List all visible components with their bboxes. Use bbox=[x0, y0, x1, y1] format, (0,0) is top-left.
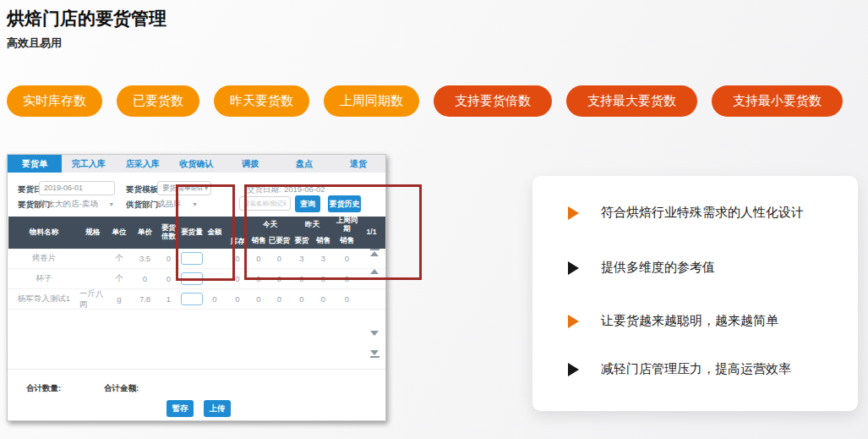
app-footer: 合计数量: 合计金额: 暂存 上传 bbox=[8, 369, 385, 421]
feature-pills: 实时库存数 已要货数 昨天要货数 上周同期数 支持要货倍数 支持最大要货数 支持… bbox=[7, 85, 843, 117]
cell-price: 7.8 bbox=[133, 289, 157, 309]
tab[interactable]: 盘点 bbox=[277, 155, 331, 173]
cell-name: 烤香片 bbox=[8, 249, 79, 268]
triangle-arrow-icon bbox=[568, 261, 579, 275]
feature-text: 提供多维度的参考值 bbox=[601, 260, 715, 276]
cell-yesterday-order: 0 bbox=[291, 289, 313, 309]
cell-multiple: 1 bbox=[157, 289, 180, 309]
tab[interactable]: 完工入库 bbox=[62, 155, 116, 173]
col-name: 物料名称 bbox=[8, 217, 79, 249]
feature-text: 让要货越来越聪明，越来越简单 bbox=[601, 313, 778, 329]
total-qty-label: 合计数量: bbox=[26, 383, 61, 394]
tab[interactable]: 店采入库 bbox=[116, 155, 170, 173]
tab[interactable]: 要货单 bbox=[8, 155, 62, 173]
cell-qty bbox=[180, 289, 204, 309]
cell-today-ordered: 0 bbox=[268, 289, 291, 309]
order-dept-select[interactable]: 刘大大的店-卖场 bbox=[39, 196, 113, 211]
cell-unit: g bbox=[106, 289, 133, 309]
col-unit: 单位 bbox=[106, 217, 133, 249]
cell-spec bbox=[79, 269, 106, 288]
cell-yesterday-sale: 0 bbox=[313, 289, 334, 309]
total-amount-label: 合计金额: bbox=[104, 383, 139, 394]
cell-unit: 个 bbox=[106, 269, 133, 288]
upload-button[interactable]: 上传 bbox=[204, 400, 231, 417]
col-multiple-line2: 倍数 bbox=[161, 233, 176, 241]
feature-item: 让要货越来越聪明，越来越简单 bbox=[568, 313, 778, 329]
cell-amount: 0 bbox=[204, 289, 226, 309]
cell-price: 3.5 bbox=[133, 249, 157, 268]
feature-pill: 支持最大要货数 bbox=[566, 85, 697, 117]
feature-item: 符合烘焙行业特殊需求的人性化设计 bbox=[568, 205, 804, 221]
cell-today-sale: 0 bbox=[249, 289, 268, 309]
page: 烘焙门店的要货管理 高效且易用 实时库存数 已要货数 昨天要货数 上周同期数 支… bbox=[0, 0, 868, 439]
cell-actions bbox=[360, 289, 383, 309]
page-title: 烘焙门店的要货管理 bbox=[7, 7, 167, 30]
feature-pill: 已要货数 bbox=[117, 85, 199, 117]
tab-bar: 要货单 完工入库 店采入库 收货确认 调拨 盘点 退货 bbox=[8, 155, 385, 173]
feature-card: 符合烘焙行业特殊需求的人性化设计 提供多维度的参考值 让要货越来越聪明，越来越简… bbox=[532, 176, 858, 411]
cell-stock: 0 bbox=[226, 289, 249, 309]
save-button[interactable]: 暂存 bbox=[167, 400, 194, 417]
cell-name: 杯子 bbox=[8, 269, 79, 288]
table-row: 杨军导入测试1 一斤八两 g 7.8 1 0 0 0 0 0 0 0 bbox=[8, 289, 385, 310]
feature-item: 减轻门店管理压力，提高运营效率 bbox=[568, 361, 791, 377]
template-label: 要货模板: bbox=[126, 184, 161, 195]
annotation-rect-reference-columns bbox=[244, 184, 422, 280]
order-date-input[interactable]: 2019-06-01 bbox=[39, 181, 115, 195]
cell-price: 0 bbox=[133, 269, 157, 288]
triangle-arrow-icon bbox=[568, 206, 579, 220]
feature-pill: 上周同期数 bbox=[324, 85, 419, 117]
supply-dept-label: 供货部门: bbox=[126, 200, 161, 211]
tab[interactable]: 调拨 bbox=[223, 155, 277, 173]
feature-pill: 昨天要货数 bbox=[214, 85, 309, 117]
triangle-arrow-icon bbox=[568, 363, 579, 376]
feature-pill: 支持最小要货数 bbox=[712, 85, 843, 117]
tab[interactable]: 收货确认 bbox=[170, 155, 224, 173]
page-subtitle: 高效且易用 bbox=[7, 36, 62, 51]
scroll-down-icon[interactable] bbox=[363, 331, 385, 336]
feature-item: 提供多维度的参考值 bbox=[568, 260, 715, 276]
cell-spec: 一斤八两 bbox=[79, 289, 106, 309]
tab[interactable]: 退货 bbox=[331, 155, 385, 173]
feature-text: 符合烘焙行业特殊需求的人性化设计 bbox=[601, 205, 804, 221]
feature-pill: 实时库存数 bbox=[7, 85, 102, 117]
qty-input[interactable] bbox=[181, 293, 203, 305]
scroll-to-bottom-icon[interactable] bbox=[363, 350, 385, 359]
cell-name: 杨军导入测试1 bbox=[8, 289, 79, 309]
feature-pill: 支持要货倍数 bbox=[434, 85, 552, 117]
cell-unit: 个 bbox=[106, 249, 133, 268]
col-spec: 规格 bbox=[79, 217, 106, 249]
cell-spec bbox=[79, 249, 106, 268]
col-price: 单价 bbox=[133, 217, 157, 249]
triangle-arrow-icon bbox=[568, 315, 579, 328]
feature-text: 减轻门店管理压力，提高运营效率 bbox=[601, 361, 791, 377]
cell-lastweek-sale: 0 bbox=[334, 289, 360, 309]
annotation-rect-qty-column bbox=[176, 184, 235, 281]
